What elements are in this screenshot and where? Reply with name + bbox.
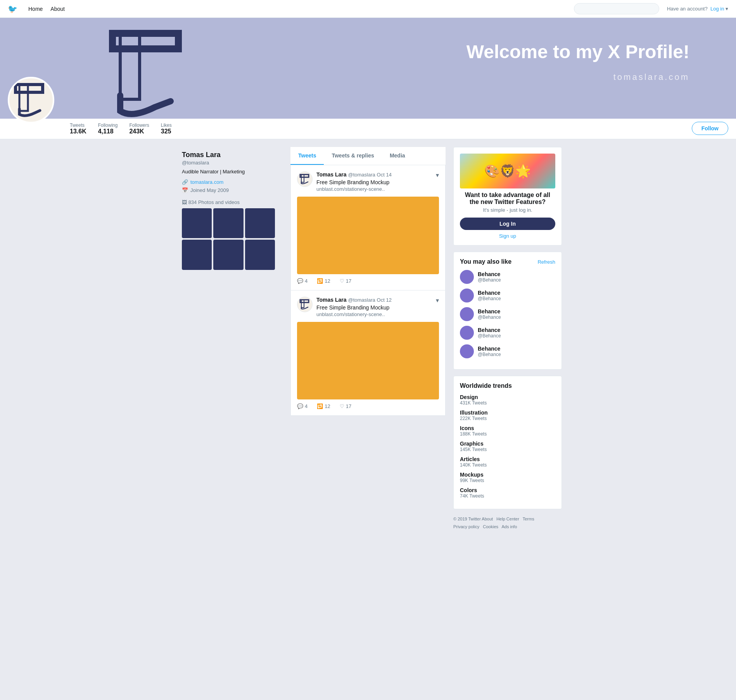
tweet-1-user-name: Tomas Lara [316,171,347,178]
footer-ads[interactable]: Ads info [502,524,517,529]
photo-thumb-5 [213,240,243,270]
trend-1[interactable]: Design 431K Tweets [460,394,555,406]
footer-cookies[interactable]: Cookies [483,524,498,529]
followers-label: Followers [129,123,149,128]
tab-tweets[interactable]: Tweets [290,147,324,165]
following-value: 4,118 [98,128,118,135]
user-handle: @tomaslara [182,160,275,166]
likes-stat: Likes 325 [161,123,172,135]
tweet-2-retweet-action[interactable]: 🔁 12 [317,403,330,409]
photo-thumb-4 [182,240,212,270]
footer-help[interactable]: Help Center [496,517,519,521]
photos-count: 834 Photos and videos [188,199,240,205]
trend-name-5: Articles [460,456,555,462]
followers-stat: Followers 243K [129,123,149,135]
suggest-avatar-1 [460,270,474,284]
tweet-2-like-action[interactable]: ♡ 17 [340,403,351,409]
trend-count-5: 140K Tweets [460,462,555,468]
trend-name-3: Icons [460,425,555,431]
suggest-info-4: Behance @Behance [478,327,501,339]
search-input[interactable] [574,3,659,14]
joined-meta: 📅 Joined May 2009 [182,187,275,193]
nav-login-link[interactable]: Log in [710,6,724,12]
left-sidebar: Tomas Lara @tomaslara Audible Narrator |… [174,147,283,531]
banner-logo [109,29,186,119]
profile-banner: Welcome to my X Profile! tomaslara.com [0,18,736,119]
promo-login-button[interactable]: Log In [460,218,555,230]
tweet-1-retweet-action[interactable]: 🔁 12 [317,278,330,284]
follow-button[interactable]: Follow [692,122,728,135]
trends-title: Worldwide trends [460,382,555,389]
suggest-info-1: Behance @Behance [478,271,501,283]
tweet-1-chevron-icon[interactable]: ▾ [436,171,439,179]
tweet-1-link: unblast.com/stationery-scene.. [316,186,432,192]
trend-count-6: 99K Tweets [460,478,555,483]
top-navigation: 🐦 Home About Have an account? Log in ▾ [0,0,736,18]
footer-about[interactable]: About [482,517,493,521]
right-sidebar: 🎨🦁🌟 Want to take advantage of all the ne… [453,147,562,531]
footer-privacy[interactable]: Privacy policy [453,524,479,529]
twitter-bird-icon: 🐦 [8,4,17,14]
avatar [8,77,54,123]
main-feed: Tweets Tweets & replies Media Tomas Lara… [290,147,446,531]
tweet-2-comment-action[interactable]: 💬 4 [297,403,308,409]
tweet-1-image [297,197,439,274]
banner-website: tomaslara.com [613,72,689,82]
tab-media[interactable]: Media [382,147,413,165]
nav-home[interactable]: Home [28,6,43,12]
tweet-1-retweet-count: 12 [325,278,330,284]
tweet-2-chevron-icon[interactable]: ▾ [436,297,439,304]
tab-tweets-replies[interactable]: Tweets & replies [324,147,382,165]
suggest-handle-3: @Behance [478,315,501,320]
tweet-2-meta: Tomas Lara @tomaslara Oct 12 Free Simple… [316,297,432,317]
trend-2[interactable]: Illustration 222K Tweets [460,410,555,421]
you-may-like-card: You may also like Refresh Behance @Behan… [453,252,562,370]
promo-card: 🎨🦁🌟 Want to take advantage of all the ne… [453,147,562,245]
suggest-handle-4: @Behance [478,333,501,339]
tweet-2-avatar [297,297,313,312]
svg-rect-1 [120,33,140,99]
tweet-1-like-action[interactable]: ♡ 17 [340,278,351,284]
photos-icon: 🖼 [182,199,187,205]
comment-icon-2: 💬 [297,403,303,409]
suggest-info-5: Behance @Behance [478,346,501,357]
heart-icon: ♡ [340,278,344,284]
suggest-info-3: Behance @Behance [478,308,501,320]
trend-5[interactable]: Articles 140K Tweets [460,456,555,468]
promo-signup-link[interactable]: Sign up [460,233,555,239]
refresh-link[interactable]: Refresh [537,259,555,265]
heart-icon-2: ♡ [340,403,344,409]
nav-about[interactable]: About [50,6,65,12]
tweet-1-title: Free Simple Branding Mockup [316,179,432,185]
user-meta: 🔗 tomaslara.com 📅 Joined May 2009 [182,179,275,193]
tweet-1-meta: Tomas Lara @tomaslara Oct 14 Free Simple… [316,171,432,192]
trend-name-6: Mockups [460,472,555,478]
tweet-2-date: Oct 12 [377,297,392,303]
trend-3[interactable]: Icons 188K Tweets [460,425,555,437]
promo-image: 🎨🦁🌟 [460,154,555,188]
trend-name-4: Graphics [460,441,555,447]
svg-rect-7 [301,300,304,308]
tweet-1-like-count: 17 [346,278,351,284]
trend-name-7: Colors [460,487,555,493]
comment-icon: 💬 [297,278,303,284]
tweet-1-user-handle: @tomaslara [348,172,375,178]
trend-name-1: Design [460,394,555,400]
promo-title: Want to take advantage of all the new Tw… [460,192,555,206]
tweet-1-comment-action[interactable]: 💬 4 [297,278,308,284]
following-label: Following [98,123,118,128]
promo-subtitle: It's simple - just log in. [460,207,555,213]
trend-4[interactable]: Graphics 145K Tweets [460,441,555,452]
footer-terms[interactable]: Terms [523,517,534,521]
trend-6[interactable]: Mockups 99K Tweets [460,472,555,483]
tweet-card-1: Tomas Lara @tomaslara Oct 14 Free Simple… [290,165,446,290]
suggest-info-2: Behance @Behance [478,290,501,301]
tweet-1-comment-count: 4 [305,278,308,284]
tweet-1-date: Oct 14 [377,172,392,178]
trend-7[interactable]: Colors 74K Tweets [460,487,555,499]
tweet-2-header: Tomas Lara @tomaslara Oct 12 Free Simple… [297,297,439,317]
tweets-label: Tweets [70,123,86,128]
website-link[interactable]: tomaslara.com [190,179,223,185]
followers-value: 243K [129,128,149,135]
website-meta: 🔗 tomaslara.com [182,179,275,185]
